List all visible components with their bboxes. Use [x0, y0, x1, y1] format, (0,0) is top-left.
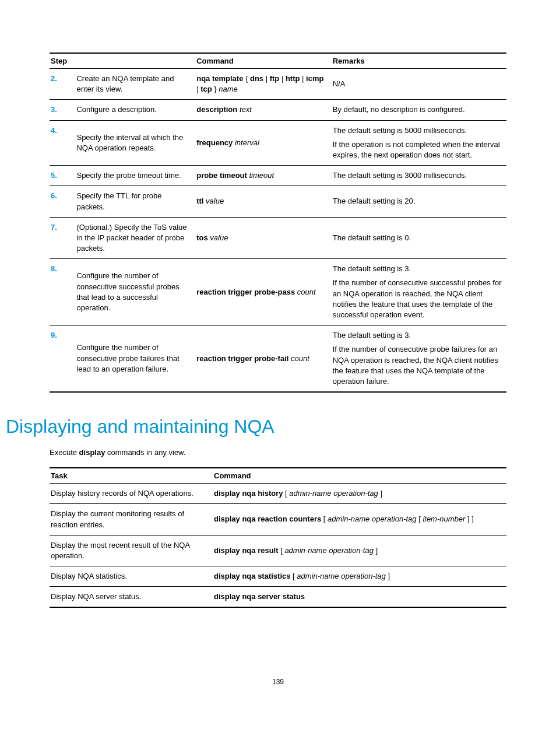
table-row: Display the current monitoring results o… — [50, 504, 506, 535]
command-cell: frequency interval — [195, 120, 332, 166]
remarks-cell: The default setting is 5000 milliseconds… — [332, 120, 506, 166]
task-cell: Display history records of NQA operation… — [50, 484, 213, 504]
remarks-cell: The default setting is 0. — [332, 217, 506, 259]
command-cell: display nqa history [ admin-name operati… — [213, 484, 506, 504]
step-number: 7. — [50, 217, 75, 259]
config-steps-table: Step Command Remarks 2.Create an NQA tem… — [50, 52, 506, 393]
step-description: Specify the interval at which the NQA op… — [75, 120, 195, 166]
command-cell: description text — [195, 100, 332, 120]
step-number: 8. — [50, 259, 75, 326]
task-cell: Display NQA server status. — [50, 587, 213, 608]
table-row: 7.(Optional.) Specify the ToS value in t… — [50, 217, 506, 259]
table-row: Display the most recent result of the NQ… — [50, 535, 506, 566]
task-cell: Display NQA statistics. — [50, 566, 213, 587]
table-row: 5.Specify the probe timeout time.probe t… — [50, 166, 506, 186]
step-number: 5. — [50, 166, 75, 186]
th-task: Task — [50, 468, 213, 484]
table-row: 9.Configure the number of consecutive pr… — [50, 326, 506, 392]
table-row: 8.Configure the number of consecutive su… — [50, 259, 506, 326]
remarks-cell: N/A — [332, 69, 506, 100]
remarks-cell: The default setting is 3000 milliseconds… — [332, 166, 506, 186]
step-description: Configure the number of consecutive prob… — [75, 326, 195, 392]
display-commands-table: Task Command Display history records of … — [50, 467, 506, 608]
step-description: Create an NQA template and enter its vie… — [75, 69, 195, 100]
table-row: Display NQA statistics.display nqa stati… — [50, 566, 506, 587]
th-command: Command — [213, 468, 506, 484]
step-number: 4. — [50, 120, 75, 166]
step-number: 2. — [50, 69, 75, 100]
command-cell: ttl value — [195, 186, 332, 217]
command-cell: nqa template { dns | ftp | http | icmp |… — [195, 69, 332, 100]
step-description: Configure the number of consecutive succ… — [75, 259, 195, 326]
th-command: Command — [195, 53, 332, 69]
table-row: 2.Create an NQA template and enter its v… — [50, 69, 506, 100]
remarks-cell: The default setting is 3.If the number o… — [332, 326, 506, 392]
step-description: Configure a description. — [75, 100, 195, 120]
step-number: 3. — [50, 100, 75, 120]
section-heading: Displaying and maintaining NQA — [6, 416, 506, 438]
command-cell: reaction trigger probe-fail count — [195, 326, 332, 392]
intro-text: Execute display commands in any view. — [50, 448, 506, 457]
table-row: 4.Specify the interval at which the NQA … — [50, 120, 506, 166]
remarks-cell: The default setting is 3.If the number o… — [332, 259, 506, 326]
remarks-cell: By default, no description is configured… — [332, 100, 506, 120]
table-row: 3.Configure a description.description te… — [50, 100, 506, 120]
th-step: Step — [50, 53, 195, 69]
command-cell: display nqa statistics [ admin-name oper… — [213, 566, 506, 587]
table-row: Display history records of NQA operation… — [50, 484, 506, 504]
command-cell: probe timeout timeout — [195, 166, 332, 186]
step-description: Specify the probe timeout time. — [75, 166, 195, 186]
task-cell: Display the most recent result of the NQ… — [50, 535, 213, 566]
remarks-cell: The default setting is 20. — [332, 186, 506, 217]
command-cell: display nqa reaction counters [ admin-na… — [213, 504, 506, 535]
step-description: Specify the TTL for probe packets. — [75, 186, 195, 217]
page-number: 139 — [50, 678, 506, 686]
command-cell: display nqa server status — [213, 587, 506, 608]
table-row: Display NQA server status.display nqa se… — [50, 587, 506, 608]
command-cell: display nqa result [ admin-name operatio… — [213, 535, 506, 566]
command-cell: tos value — [195, 217, 332, 259]
step-number: 6. — [50, 186, 75, 217]
th-remarks: Remarks — [332, 53, 506, 69]
step-number: 9. — [50, 326, 75, 392]
step-description: (Optional.) Specify the ToS value in the… — [75, 217, 195, 259]
task-cell: Display the current monitoring results o… — [50, 504, 213, 535]
command-cell: reaction trigger probe-pass count — [195, 259, 332, 326]
table-row: 6.Specify the TTL for probe packets.ttl … — [50, 186, 506, 217]
